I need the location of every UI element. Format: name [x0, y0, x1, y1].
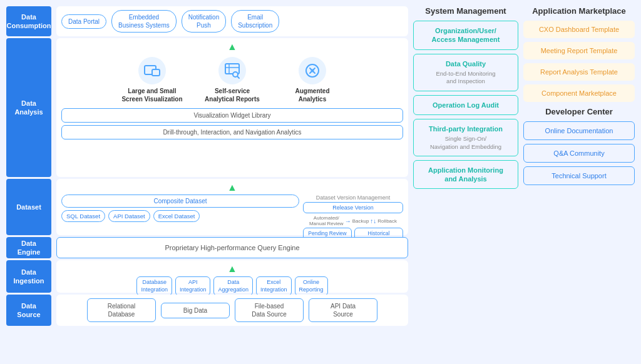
engine-text: Proprietary High-performance Query Engin… — [165, 244, 299, 251]
relational-database: RelationalDatabase — [87, 298, 156, 322]
ingestion-row: DatabaseIntegration APIIntegration DataA… — [61, 276, 403, 296]
card-title-large-small-viz: Large and SmallScreen Visualization — [121, 87, 182, 103]
sys-card-operation-log[interactable]: Operation Log Audit — [413, 95, 518, 115]
api-integration[interactable]: APIIntegration — [175, 276, 211, 296]
arrow-up-dataset: ▲ — [227, 183, 237, 193]
mkt-meeting-report[interactable]: Meeting Report Template — [523, 42, 635, 59]
mkt-report-analysis[interactable]: Report Analysis Template — [523, 63, 635, 81]
card-large-small-viz: Large and SmallScreen Visualization — [115, 57, 190, 103]
row-dataset: ▲ Composite Dataset SQL Dataset API Data… — [56, 179, 408, 235]
label-data-source: Data Source — [6, 295, 51, 326]
version-flow: Automated/Manual Review → Backup ↑↓ Roll… — [303, 215, 403, 226]
sys-card-org-access[interactable]: Organization/User/Access Management — [413, 21, 518, 50]
card-title-augmented: AugmentedAnalytics — [295, 87, 330, 103]
icon-large-small-viz — [138, 57, 166, 84]
big-data: Big Data — [161, 303, 230, 318]
arrow-up-analysis: ▲ — [227, 42, 237, 52]
consumption-embedded[interactable]: Embedded Business Systems — [111, 10, 177, 33]
system-management-title: System Management — [413, 6, 518, 16]
label-dataset: Dataset — [6, 179, 51, 235]
data-aggregation[interactable]: DataAggregation — [213, 276, 253, 296]
online-reporting[interactable]: OnlineReporting — [295, 276, 328, 296]
left-labels: Data Consumption Data Analysis Dataset D… — [6, 6, 51, 358]
dev-qa-community[interactable]: Q&A Community — [523, 144, 635, 163]
row-engine: Proprietary High-performance Query Engin… — [56, 237, 408, 258]
version-title: Dataset Version Management — [303, 195, 403, 201]
sys-card-app-monitoring[interactable]: Application Monitoringand Analysis — [413, 160, 518, 190]
api-data-source: API DataSource — [309, 298, 377, 322]
analysis-cards: Large and SmallScreen Visualization Self… — [61, 54, 403, 106]
label-data-engine: Data Engine — [6, 237, 51, 258]
card-title-self-service: Self-serviceAnalytical Reports — [205, 87, 260, 103]
sys-card-third-party[interactable]: Third-party Integration Single Sign-On/N… — [413, 119, 518, 156]
excel-dataset[interactable]: Excel Dataset — [153, 210, 200, 222]
sys-card-data-quality[interactable]: Data Quality End-to-End Monitoringand In… — [413, 54, 518, 91]
file-based-source: File-basedData Source — [235, 298, 304, 322]
marketplace-title: Application Marketplace — [523, 6, 635, 16]
consumption-data-portal[interactable]: Data Portal — [61, 14, 106, 29]
row-source: RelationalDatabase Big Data File-basedDa… — [56, 295, 408, 326]
dataset-row: SQL Dataset API Dataset Excel Dataset — [61, 210, 299, 222]
label-data-ingestion: Data Ingestion — [6, 260, 51, 293]
dev-online-docs[interactable]: Online Documentation — [523, 121, 635, 140]
developer-center: Developer Center Online Documentation Q&… — [523, 107, 635, 185]
consumption-email[interactable]: Email Subscription — [231, 10, 279, 33]
center-column: Data Portal Embedded Business Systems No… — [56, 6, 408, 358]
mkt-cxo-dashboard[interactable]: CXO Dashboard Template — [523, 21, 635, 38]
sql-dataset[interactable]: SQL Dataset — [61, 210, 105, 222]
svg-point-8 — [310, 69, 314, 73]
drill-through: Drill-through, Interaction, and Navigati… — [61, 125, 403, 139]
arrow-up-ingestion: ▲ — [227, 264, 237, 274]
svg-rect-1 — [152, 69, 160, 76]
database-integration[interactable]: DatabaseIntegration — [136, 276, 172, 296]
composite-dataset[interactable]: Composite Dataset — [61, 195, 299, 208]
svg-line-6 — [237, 76, 239, 78]
system-column: System Management Organization/User/Acce… — [413, 6, 518, 358]
row-consumption: Data Portal Embedded Business Systems No… — [56, 6, 408, 36]
consumption-notification[interactable]: Notification Push — [182, 10, 226, 33]
row-analysis: ▲ Large and SmallScreen Visualization — [56, 38, 408, 177]
card-augmented: AugmentedAnalytics — [275, 57, 350, 103]
version-release[interactable]: Release Version — [303, 202, 403, 213]
excel-integration[interactable]: ExcelIntegration — [256, 276, 292, 296]
dev-tech-support[interactable]: Technical Support — [523, 166, 635, 185]
developer-center-title: Developer Center — [523, 107, 635, 116]
marketplace-column: Application Marketplace CXO Dashboard Te… — [523, 6, 635, 358]
icon-augmented — [299, 57, 326, 84]
label-data-analysis: Data Analysis — [6, 38, 51, 177]
dataset-left: Composite Dataset SQL Dataset API Datase… — [61, 195, 299, 222]
row-ingestion: ▲ DatabaseIntegration APIIntegration Dat… — [56, 260, 408, 293]
label-data-consumption: Data Consumption — [6, 6, 51, 36]
mkt-component-marketplace[interactable]: Component Marketplace — [523, 84, 635, 102]
icon-self-service — [218, 57, 246, 84]
widget-library: Visualization Widget Library — [61, 108, 403, 123]
card-self-service: Self-serviceAnalytical Reports — [195, 57, 270, 103]
api-dataset[interactable]: API Dataset — [108, 210, 150, 222]
